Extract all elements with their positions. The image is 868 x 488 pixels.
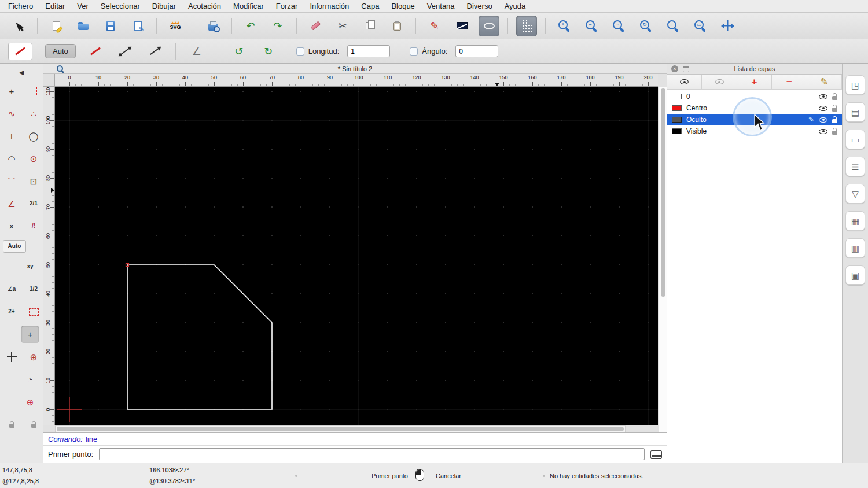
dock-clipboard-button[interactable]: ▣ (845, 265, 865, 285)
remove-layer-button[interactable]: − (772, 75, 807, 89)
selection-pointer-button[interactable] (8, 16, 29, 36)
new-document-button[interactable] (46, 16, 67, 36)
menu-acotacion[interactable]: Acotación (188, 2, 221, 10)
coords-cartesian-button[interactable]: xy (21, 258, 39, 275)
detach-panel-icon[interactable] (683, 66, 689, 72)
menu-forzar[interactable]: Forzar (276, 2, 298, 10)
menu-diverso[interactable]: Diverso (467, 2, 492, 10)
lock-relative-zero-button[interactable]: ⊕ (21, 393, 39, 411)
hide-all-layers-button[interactable] (702, 75, 737, 89)
angle-protractor-button[interactable]: ◔ (21, 371, 39, 388)
ratio-1-2-button[interactable]: 1/2 (25, 280, 42, 298)
save-file-button[interactable] (100, 16, 121, 36)
menu-ayuda[interactable]: Ayuda (505, 2, 526, 10)
snap-distance-button[interactable]: ⌒ (3, 172, 20, 190)
copy-button[interactable] (359, 16, 380, 36)
add-layer-button[interactable]: + (737, 75, 772, 89)
dock-block-visibility-button[interactable]: ◳ (845, 75, 865, 95)
menu-bloque[interactable]: Bloque (391, 2, 414, 10)
layer-lock-icon[interactable] (832, 108, 837, 112)
zoom-in-button[interactable]: + (554, 16, 575, 36)
v-scrollbar[interactable] (659, 87, 667, 432)
dock-block-list-button[interactable]: ▦ (845, 211, 865, 231)
h-scrollbar-thumb[interactable] (57, 427, 624, 431)
delete-selected-button[interactable] (305, 16, 326, 36)
h-scrollbar[interactable] (55, 425, 626, 432)
snap-tangent-button[interactable]: ◠ (3, 150, 20, 167)
draw-line-button[interactable] (85, 41, 106, 62)
length-checkbox[interactable] (296, 47, 304, 56)
palette-back-button[interactable]: ◀ (3, 66, 40, 78)
angle-checkbox[interactable] (410, 47, 418, 56)
drawing-canvas[interactable] (55, 87, 658, 425)
v-scrollbar-thumb[interactable] (661, 88, 665, 297)
snap-lock-button[interactable] (3, 416, 20, 433)
snap-center-button[interactable]: ◯ (25, 127, 42, 145)
layer-visibility-icon[interactable] (819, 129, 827, 134)
zoom-auto-button[interactable]: ▫ (608, 16, 629, 36)
redo-segment-button[interactable]: ↻ (258, 41, 279, 62)
close-panel-icon[interactable]: × (671, 65, 678, 72)
restrict-angle-button[interactable]: ∠ (3, 195, 20, 212)
snap-free-button[interactable]: + (3, 82, 20, 99)
layer-lock-icon[interactable] (832, 131, 837, 135)
auto-mode-button[interactable]: Auto (45, 44, 76, 58)
dock-entity-list-button[interactable]: ☰ (845, 157, 865, 176)
current-tool-button[interactable] (8, 43, 32, 60)
layer-lock-icon[interactable] (832, 96, 837, 100)
snap-circle-center-button[interactable]: ⊙ (25, 150, 42, 167)
menu-capa[interactable]: Capa (361, 2, 379, 10)
modify-layer-button[interactable]: ✎ (807, 75, 842, 89)
ratio-2-plus-button[interactable]: 2+ (3, 303, 20, 320)
cut-button[interactable]: ✂ (332, 16, 353, 36)
entity-attributes-button[interactable] (451, 16, 472, 36)
menu-editar[interactable]: Editar (45, 2, 65, 10)
zoom-previous-button[interactable]: ← (663, 16, 683, 36)
print-preview-button[interactable] (203, 16, 223, 36)
dock-selection-filter-button[interactable]: ▽ (845, 184, 865, 204)
menu-ver[interactable]: Ver (77, 2, 89, 10)
snap-endpoint-button[interactable]: ∿ (3, 105, 20, 122)
menu-dibujar[interactable]: Dibujar (152, 2, 176, 10)
edit-drawing-button[interactable] (127, 16, 148, 36)
dock-library-browser-button[interactable]: ▤ (845, 102, 865, 122)
command-input[interactable] (99, 448, 645, 460)
snap-on-entity-button[interactable]: ∴ (25, 105, 42, 122)
open-file-button[interactable] (73, 16, 94, 36)
menu-informacion[interactable]: Información (310, 2, 349, 10)
dock-page-setup-button[interactable]: ▭ (845, 130, 865, 149)
snap-perpendicular-button[interactable]: ⟂ (3, 127, 20, 145)
snap-ratio-2-1-button[interactable]: 2/1 (25, 195, 42, 212)
snap-auto-button[interactable]: Auto (3, 240, 26, 253)
draw-ellipse-button[interactable] (479, 16, 499, 36)
snap-middle-button[interactable] (3, 348, 20, 365)
export-svg-button[interactable]: SVG (165, 16, 186, 36)
length-input[interactable] (347, 45, 390, 57)
menu-fichero[interactable]: Fichero (8, 2, 33, 10)
command-options-button[interactable] (650, 450, 662, 459)
coords-polar-button[interactable]: ∠a (3, 280, 20, 298)
layer-visibility-icon[interactable] (819, 106, 827, 111)
layer-visibility-icon[interactable] (819, 94, 827, 99)
draw-polyline-button[interactable]: ∠ (186, 41, 207, 62)
pen-attributes-button[interactable]: ✎ (424, 16, 445, 36)
draw-line-2-points-button[interactable] (115, 41, 135, 62)
angle-input[interactable] (455, 45, 498, 57)
snap-intersection-button[interactable]: ⊡ (25, 172, 42, 190)
select-window-button[interactable] (25, 303, 42, 320)
menu-seleccionar[interactable]: Seleccionar (101, 2, 140, 10)
set-relative-zero-button[interactable]: + (21, 326, 39, 343)
restrict-nothing-button[interactable]: × (3, 217, 20, 235)
relative-zero-marker-button[interactable]: ⊕ (25, 348, 42, 365)
menu-modificar[interactable]: Modificar (233, 2, 264, 10)
zoom-window-button[interactable]: ▭ (690, 16, 711, 36)
grid-toggle-button[interactable] (516, 16, 537, 36)
menu-ventana[interactable]: Ventana (427, 2, 455, 10)
zoom-redraw-button[interactable]: ↻ (635, 16, 656, 36)
layer-lock-icon[interactable] (832, 119, 837, 123)
snap-grid-button[interactable] (25, 82, 42, 99)
paste-button[interactable] (387, 16, 407, 36)
zoom-out-button[interactable]: − (581, 16, 602, 36)
show-all-layers-button[interactable] (667, 75, 702, 89)
layer-edit-icon[interactable]: ✎ (808, 116, 814, 124)
